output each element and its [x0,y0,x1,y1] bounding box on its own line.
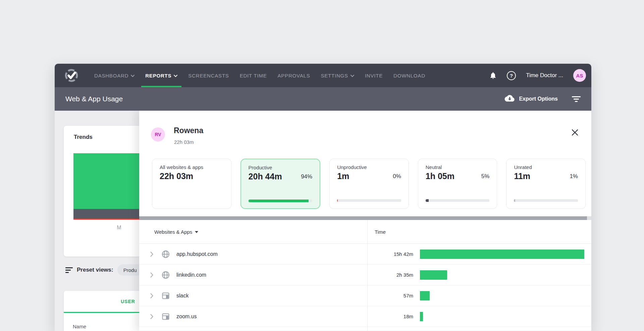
time-doctor-logo-icon[interactable] [64,68,79,83]
table-row-linkedin[interactable]: linkedin.com 2h 35m [139,265,591,285]
nav-item-download[interactable]: DOWNLOAD [388,64,431,87]
expand-chevron-icon[interactable] [150,272,157,278]
expand-chevron-icon[interactable] [150,252,157,257]
chevron-down-icon [131,75,135,77]
column-header-websites-apps[interactable]: Websites & Apps [139,229,367,235]
stat-card-unproductive[interactable]: Unproductive 1m 0% [329,159,409,209]
expand-chevron-icon[interactable] [150,293,157,298]
time-value: 57m [367,293,413,298]
time-cell: 57m [367,291,591,300]
user-avatar[interactable]: AS [573,69,586,82]
stat-value: 1m [337,171,349,181]
help-icon[interactable]: ? [507,71,516,80]
site-cell: slack [139,291,367,300]
bell-icon[interactable] [489,71,497,79]
stat-label: Unproductive [337,164,401,170]
table-row-slack[interactable]: slack 57m [139,285,591,306]
company-name[interactable]: Time Doctor ... [526,72,563,79]
stat-percent: 0% [393,173,401,180]
time-cell: 18m [367,312,591,321]
chevron-down-icon [174,75,177,77]
preset-views-row: Preset views: Produ [65,264,143,276]
export-options-button[interactable]: Export Options [504,95,558,103]
nav-item-screencasts[interactable]: SCREENCASTS [183,64,234,87]
time-bar [420,312,423,321]
top-navbar: DASHBOARD REPORTS SCREENCASTS EDIT TIME … [55,64,591,87]
stat-percent: 94% [301,173,312,180]
site-name: slack [176,293,189,299]
time-cell: 2h 35m [367,270,591,280]
time-bar-track [420,270,584,280]
stat-progress-fill [514,199,515,202]
time-bar-track [420,291,584,300]
nav-label: SCREENCASTS [188,73,229,78]
stat-value: 11m [514,171,530,181]
expand-chevron-icon[interactable] [150,314,157,319]
websites-apps-table: Websites & Apps Time app.hubspot.com [139,220,591,331]
stat-label: Productive [249,165,313,170]
stat-value: 1h 05m [426,171,454,181]
app-window-icon [161,312,170,321]
site-name: app.hubspot.com [176,251,218,257]
nav-label: INVITE [365,73,383,78]
stat-card-neutral[interactable]: Neutral 1h 05m 5% [418,159,497,209]
user-detail-panel: RV Rowena 22h 03m All websites & apps 22… [139,111,591,331]
stat-value: 22h 03m [160,171,193,181]
site-cell: linkedin.com [139,271,367,279]
time-bar [420,291,430,300]
app-window-icon [161,291,170,300]
page-header-actions: Export Options [504,95,581,103]
trends-title: Trends [74,134,93,141]
column-header-time[interactable]: Time [367,229,386,235]
preset-views-label: Preset views: [77,267,113,273]
stat-cards-row: All websites & apps 22h 03m Productive 2… [152,159,586,209]
nav-label: DOWNLOAD [393,73,425,78]
time-value: 18m [367,314,413,319]
time-bar [420,270,447,280]
page-header: Web & App Usage Export Options [55,87,591,111]
time-value: 15h 42m [367,251,413,257]
horizontal-scrollbar-track [139,216,591,220]
table-row-partial [139,327,591,331]
horizontal-scrollbar-thumb[interactable] [139,216,587,220]
sort-desc-icon [195,231,198,233]
filter-list-icon[interactable] [572,96,581,102]
site-cell: app.hubspot.com [139,250,367,259]
column-header-label: Websites & Apps [154,229,192,235]
time-bar-track [420,250,584,259]
nav-label: REPORTS [145,73,171,78]
stat-label: All websites & apps [160,164,224,170]
nav-item-invite[interactable]: INVITE [360,64,388,87]
table-row-zoom[interactable]: zoom.us 18m [139,306,591,327]
close-icon[interactable] [571,128,579,137]
tab-users[interactable]: USER [121,299,135,304]
nav-item-edit-time[interactable]: EDIT TIME [234,64,272,87]
nav-label: APPROVALS [278,73,310,78]
time-cell: 15h 42m [367,250,591,259]
main-nav: DASHBOARD REPORTS SCREENCASTS EDIT TIME … [89,64,431,87]
stat-percent: 5% [481,173,490,180]
stat-progress-track [426,199,490,202]
chevron-down-icon [351,75,354,77]
nav-item-dashboard[interactable]: DASHBOARD [89,64,140,87]
app-window: DASHBOARD REPORTS SCREENCASTS EDIT TIME … [55,64,591,331]
user-name: Rowena [174,126,203,135]
navbar-right-group: ? Time Doctor ... AS [489,69,587,82]
globe-icon [161,271,170,279]
nav-item-settings[interactable]: SETTINGS [315,64,359,87]
stat-card-all-websites[interactable]: All websites & apps 22h 03m [152,159,231,209]
stat-percent: 1% [570,173,578,180]
nav-label: EDIT TIME [240,73,267,78]
nav-item-approvals[interactable]: APPROVALS [272,64,316,87]
stat-card-unrated[interactable]: Unrated 11m 1% [506,159,586,209]
table-row-app-hubspot[interactable]: app.hubspot.com 15h 42m [139,244,591,265]
page-title: Web & App Usage [65,95,123,103]
nav-label: DASHBOARD [94,73,128,78]
filter-list-icon [65,267,73,273]
stat-card-productive[interactable]: Productive 20h 44m 94% [240,159,321,209]
time-value: 2h 35m [367,272,413,278]
users-name-column-header: Name [73,324,86,329]
nav-label: SETTINGS [321,73,348,78]
content-area: Trends M Preset views: Produ USER Name [55,111,591,331]
nav-item-reports[interactable]: REPORTS [140,64,183,87]
